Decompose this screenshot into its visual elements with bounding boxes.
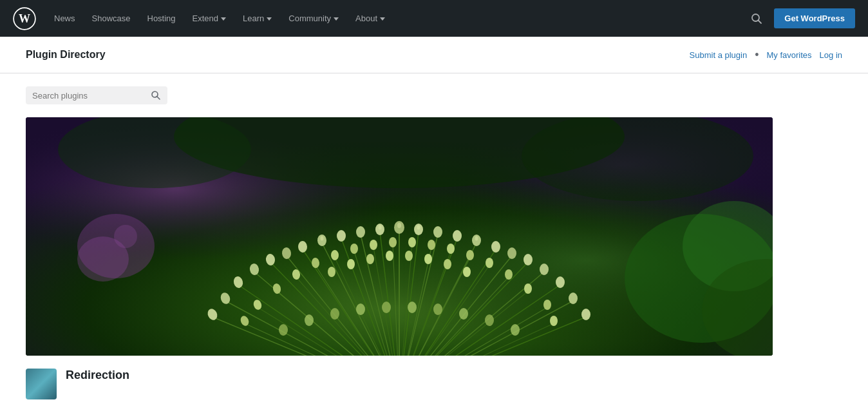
my-favorites-link[interactable]: My favorites bbox=[767, 50, 812, 60]
nav-learn[interactable]: Learn bbox=[235, 8, 279, 28]
svg-point-70 bbox=[356, 226, 365, 238]
secondary-navigation: Plugin Directory Submit a plugin • My fa… bbox=[0, 37, 868, 73]
chevron-down-icon bbox=[380, 17, 385, 21]
svg-point-105 bbox=[386, 251, 393, 261]
chevron-down-icon bbox=[267, 17, 272, 21]
search-icon bbox=[751, 13, 762, 24]
svg-point-92 bbox=[389, 237, 397, 247]
svg-point-111 bbox=[305, 314, 314, 326]
svg-point-94 bbox=[428, 240, 435, 250]
svg-point-82 bbox=[569, 293, 578, 304]
svg-point-93 bbox=[408, 237, 416, 247]
svg-point-13 bbox=[114, 225, 137, 248]
svg-point-114 bbox=[382, 302, 391, 313]
svg-point-99 bbox=[524, 283, 532, 294]
svg-point-74 bbox=[433, 226, 442, 238]
nav-about[interactable]: About bbox=[348, 8, 393, 28]
global-search-button[interactable] bbox=[747, 9, 766, 28]
svg-point-101 bbox=[550, 316, 558, 326]
svg-point-77 bbox=[491, 241, 500, 253]
svg-point-115 bbox=[408, 302, 417, 313]
svg-point-107 bbox=[424, 254, 432, 264]
svg-line-6 bbox=[157, 97, 160, 99]
svg-point-79 bbox=[524, 254, 533, 265]
nav-extend[interactable]: Extend bbox=[185, 8, 234, 28]
nav-news[interactable]: News bbox=[46, 8, 83, 28]
svg-point-97 bbox=[486, 258, 493, 268]
chevron-down-icon bbox=[334, 17, 339, 21]
svg-point-123 bbox=[321, 236, 324, 241]
search-input-wrapper bbox=[26, 86, 167, 104]
plugin-card: Redirection bbox=[26, 369, 129, 399]
search-bar-container bbox=[26, 86, 798, 104]
svg-point-83 bbox=[581, 309, 590, 320]
svg-point-100 bbox=[543, 300, 551, 310]
plugins-section: Redirection bbox=[26, 369, 798, 399]
search-icon bbox=[151, 90, 161, 101]
svg-point-102 bbox=[328, 267, 335, 277]
svg-point-91 bbox=[370, 240, 377, 250]
svg-text:W: W bbox=[19, 12, 30, 24]
svg-point-117 bbox=[459, 308, 468, 320]
hero-image bbox=[26, 117, 773, 356]
search-input[interactable] bbox=[32, 91, 147, 101]
hero-image-bg bbox=[26, 117, 773, 356]
svg-point-113 bbox=[356, 303, 365, 315]
svg-point-104 bbox=[366, 254, 374, 264]
plugin-directory-link[interactable]: Plugin Directory bbox=[26, 49, 106, 61]
nav-community[interactable]: Community bbox=[281, 8, 346, 28]
top-navigation: W News Showcase Hosting Extend Learn Com… bbox=[0, 0, 868, 37]
svg-point-69 bbox=[337, 230, 346, 242]
svg-point-112 bbox=[330, 308, 339, 320]
svg-point-118 bbox=[485, 314, 494, 326]
svg-point-78 bbox=[507, 247, 516, 259]
svg-point-75 bbox=[453, 230, 462, 242]
main-content: Redirection bbox=[0, 73, 824, 412]
svg-point-106 bbox=[405, 251, 413, 261]
secondary-nav-right: Submit a plugin • My favorites Log in bbox=[690, 48, 842, 62]
svg-point-108 bbox=[444, 259, 451, 269]
search-submit-button[interactable] bbox=[151, 90, 161, 101]
svg-point-124 bbox=[475, 236, 478, 241]
submit-plugin-link[interactable]: Submit a plugin bbox=[690, 50, 748, 60]
svg-point-90 bbox=[350, 244, 358, 254]
svg-point-95 bbox=[447, 244, 455, 254]
svg-point-96 bbox=[466, 250, 474, 260]
chevron-down-icon bbox=[221, 17, 226, 21]
plugin-thumb-image bbox=[26, 369, 57, 399]
nav-showcase[interactable]: Showcase bbox=[84, 8, 138, 28]
plugin-thumbnail bbox=[26, 369, 57, 399]
flower-svg bbox=[26, 117, 773, 356]
top-nav-links: News Showcase Hosting Extend Learn Commu… bbox=[46, 8, 747, 28]
svg-point-119 bbox=[511, 324, 520, 336]
plugin-name: Redirection bbox=[66, 369, 129, 382]
svg-point-109 bbox=[463, 267, 471, 277]
svg-point-103 bbox=[347, 259, 355, 269]
svg-point-120 bbox=[397, 223, 401, 228]
svg-point-98 bbox=[505, 269, 513, 280]
svg-point-81 bbox=[556, 276, 565, 288]
nav-hosting[interactable]: Hosting bbox=[140, 8, 184, 28]
log-in-link[interactable]: Log in bbox=[820, 50, 842, 60]
top-nav-right: Get WordPress bbox=[747, 8, 855, 28]
svg-point-122 bbox=[417, 226, 420, 230]
svg-point-80 bbox=[540, 264, 549, 275]
wordpress-logo[interactable]: W bbox=[13, 7, 46, 30]
svg-point-116 bbox=[433, 303, 442, 315]
plugin-info: Redirection bbox=[66, 369, 129, 382]
svg-line-4 bbox=[759, 20, 762, 23]
get-wordpress-button[interactable]: Get WordPress bbox=[774, 8, 855, 28]
svg-point-121 bbox=[379, 226, 382, 230]
dot-separator: • bbox=[755, 48, 759, 62]
svg-point-110 bbox=[279, 324, 288, 336]
